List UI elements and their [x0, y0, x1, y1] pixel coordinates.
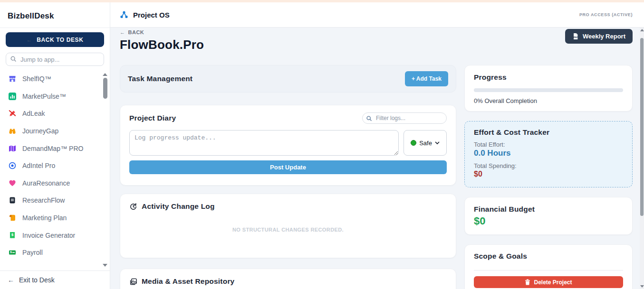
- sidebar-item-demandmap[interactable]: DemandMap™ PRO: [0, 140, 101, 157]
- exit-to-desk-link[interactable]: ← Exit to Desk: [8, 276, 55, 284]
- pro-access-badge: PRO ACCESS (ACTIVE): [579, 12, 633, 17]
- financial-budget-value: $0: [474, 215, 623, 227]
- brand-header: BizbellDesk: [0, 2, 110, 28]
- total-effort-value: 0.0 Hours: [474, 149, 623, 158]
- activity-change-log-card: Activity Change Log NO STRUCTURAL CHANGE…: [120, 194, 456, 258]
- map-icon: [9, 145, 16, 152]
- project-os-logo-icon: [120, 10, 128, 19]
- scrollbar-thumb[interactable]: [103, 78, 107, 99]
- sidebar-item-invoice-generator[interactable]: $ Invoice Generator: [0, 226, 101, 244]
- jump-to-app-input[interactable]: [6, 53, 104, 66]
- heart-icon: [9, 179, 16, 187]
- sidebar-scrollbar[interactable]: [103, 70, 108, 270]
- binoculars-icon: [9, 127, 16, 135]
- page-content: PDF Weekly Report ← BACK FlowBook.Pro Ta…: [110, 28, 644, 289]
- eye-icon: [9, 162, 16, 169]
- delete-project-button[interactable]: Delete Project: [474, 276, 623, 288]
- sidebar-item-label: Payroll: [22, 249, 43, 256]
- activity-log-title: Activity Change Log: [142, 202, 215, 211]
- scroll-down-arrow[interactable]: [640, 285, 644, 288]
- back-link[interactable]: ← BACK: [120, 29, 144, 35]
- sidebar-item-label: AdLeak: [22, 110, 45, 117]
- project-diary-card: Project Diary: [120, 105, 456, 186]
- media-repository-title: Media & Asset Repository: [142, 277, 234, 286]
- post-update-button[interactable]: Post Update: [129, 160, 447, 174]
- progress-bar: [474, 88, 623, 92]
- exit-to-desk-label: Exit to Desk: [19, 276, 55, 284]
- divider: [474, 270, 623, 270]
- back-link-label: BACK: [128, 29, 144, 35]
- app-list: ShelfIQ™ MarketPulse™ AdLeak JourneyGap …: [0, 70, 110, 270]
- project-title: FlowBook.Pro: [120, 37, 633, 52]
- sidebar-item-marketing-plan[interactable]: Marketing Plan: [0, 209, 101, 227]
- media-repository-card: Media & Asset Repository: [120, 269, 456, 289]
- effort-cost-tracker-card: Effort & Cost Tracker Total Effort: 0.0 …: [464, 121, 633, 187]
- task-management-title: Task Management: [128, 75, 192, 83]
- payroll-card-icon: $: [9, 249, 16, 256]
- completion-label: 0% Overall Completion: [474, 97, 623, 104]
- total-effort-label: Total Effort:: [474, 141, 623, 148]
- sidebar-item-adintel[interactable]: AdIntel Pro: [0, 157, 101, 175]
- financial-budget-title: Financial Budget: [474, 205, 535, 213]
- svg-text:PDF: PDF: [574, 36, 578, 38]
- progress-title: Progress: [474, 73, 507, 81]
- bar-chart-icon: [9, 93, 16, 100]
- page-scrollbar[interactable]: [640, 28, 644, 289]
- total-spending-value: $0: [474, 170, 623, 178]
- progress-card: Progress 0% Overall Completion: [464, 65, 633, 112]
- sidebar-item-label: AuraResonance: [22, 179, 70, 187]
- back-to-desk-label: BACK TO DESK: [37, 37, 83, 43]
- effort-cost-title: Effort & Cost Tracker: [474, 128, 549, 136]
- back-to-desk-button[interactable]: ← BACK TO DESK: [6, 32, 104, 47]
- sidebar-item-shelfiq[interactable]: ShelfIQ™: [0, 70, 101, 88]
- task-management-card: Task Management + Add Task: [120, 65, 456, 93]
- scroll-up-arrow[interactable]: [103, 73, 107, 76]
- sidebar-item-label: Marketing Plan: [22, 214, 67, 222]
- brand-title: BizbellDesk: [8, 11, 102, 21]
- sidebar-item-auraresonance[interactable]: AuraResonance: [0, 175, 101, 192]
- trash-icon: [525, 279, 530, 285]
- left-arrow-icon: ←: [120, 29, 125, 35]
- svg-text:$: $: [11, 233, 13, 237]
- search-icon: [10, 56, 17, 64]
- sidebar-item-label: ResearchFlow: [22, 196, 65, 204]
- sidebar-item-journeygap[interactable]: JourneyGap: [0, 122, 101, 140]
- app-title: Project OS: [133, 11, 170, 19]
- history-icon: [129, 203, 137, 211]
- svg-text:$: $: [10, 251, 12, 254]
- search-icon: [366, 115, 372, 123]
- green-circle-icon: [411, 140, 416, 146]
- sidebar-item-label: ShelfIQ™: [22, 75, 51, 83]
- pdf-file-icon: PDF: [572, 33, 579, 40]
- risk-status-select[interactable]: Safe: [404, 130, 447, 156]
- scroll-icon: [9, 214, 16, 222]
- scroll-down-arrow[interactable]: [103, 264, 107, 267]
- scope-goals-card: Scope & Goals Delete Project: [464, 244, 633, 289]
- weekly-report-button[interactable]: PDF Weekly Report: [565, 29, 633, 44]
- filter-logs-input[interactable]: [362, 112, 447, 124]
- scrollbar-thumb[interactable]: [640, 38, 644, 216]
- sidebar-item-label: AdIntel Pro: [22, 162, 55, 169]
- project-diary-title: Project Diary: [129, 114, 176, 122]
- scope-goals-title: Scope & Goals: [474, 252, 527, 260]
- scroll-up-arrow[interactable]: [640, 29, 644, 31]
- sidebar-item-payroll[interactable]: $ Payroll: [0, 244, 101, 261]
- sidebar: BizbellDesk ← BACK TO DESK ShelfIQ™ Mark…: [0, 2, 110, 289]
- sidebar-item-adleak[interactable]: AdLeak: [0, 105, 101, 122]
- sidebar-item-researchflow[interactable]: ResearchFlow: [0, 192, 101, 209]
- add-task-button[interactable]: + Add Task: [405, 71, 448, 86]
- delete-project-label: Delete Project: [534, 279, 572, 286]
- financial-budget-card: Financial Budget $0: [464, 197, 633, 235]
- store-icon: [9, 75, 16, 83]
- sidebar-item-label: JourneyGap: [22, 127, 58, 135]
- weekly-report-label: Weekly Report: [583, 33, 625, 40]
- sidebar-item-label: Invoice Generator: [22, 232, 75, 239]
- sidebar-item-marketpulse[interactable]: MarketPulse™: [0, 88, 101, 105]
- ad-block-icon: [9, 110, 16, 117]
- chevron-down-icon: [435, 141, 440, 144]
- document-icon: [9, 196, 16, 204]
- empty-log-message: NO STRUCTURAL CHANGES RECORDED.: [129, 227, 447, 233]
- app-header: Project OS PRO ACCESS (ACTIVE): [110, 2, 644, 28]
- risk-status-value: Safe: [419, 140, 432, 147]
- log-update-textarea[interactable]: [129, 130, 399, 156]
